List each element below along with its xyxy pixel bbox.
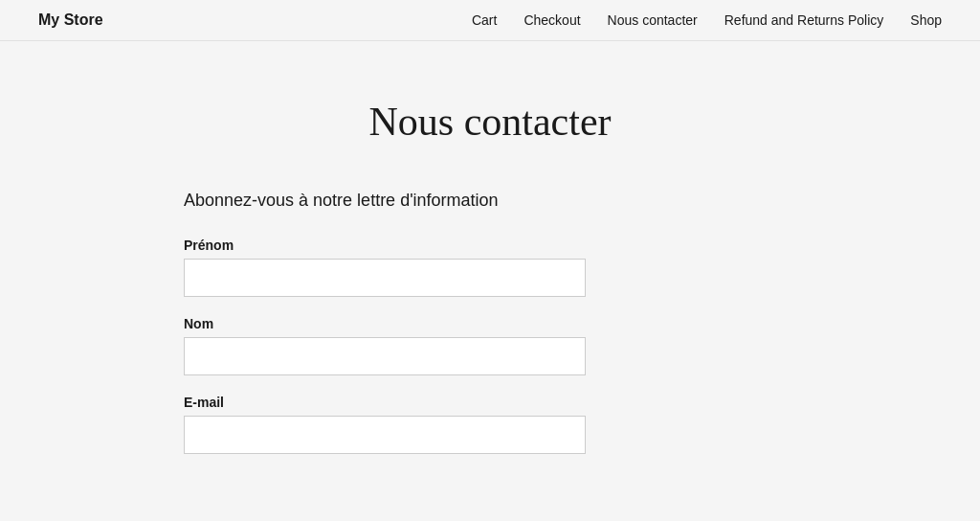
main-nav: Cart Checkout Nous contacter Refund and …	[472, 12, 942, 28]
nom-input[interactable]	[184, 337, 586, 375]
nom-group: Nom	[184, 316, 796, 375]
nav-shop[interactable]: Shop	[910, 12, 942, 28]
site-header: My Store Cart Checkout Nous contacter Re…	[0, 0, 980, 41]
nav-refund-policy[interactable]: Refund and Returns Policy	[724, 12, 884, 28]
page-title: Nous contacter	[184, 99, 796, 145]
prenom-input[interactable]	[184, 259, 586, 297]
contact-form: Prénom Nom E-mail	[184, 238, 796, 454]
prenom-label: Prénom	[184, 238, 796, 253]
nav-cart[interactable]: Cart	[472, 12, 497, 28]
email-input[interactable]	[184, 416, 586, 454]
nav-checkout[interactable]: Checkout	[523, 12, 580, 28]
email-label: E-mail	[184, 395, 796, 410]
email-group: E-mail	[184, 395, 796, 454]
prenom-group: Prénom	[184, 238, 796, 297]
form-subtitle: Abonnez-vous à notre lettre d'informatio…	[184, 191, 796, 211]
main-content: Nous contacter Abonnez-vous à notre lett…	[145, 41, 835, 521]
site-logo[interactable]: My Store	[38, 11, 103, 29]
nav-nous-contacter[interactable]: Nous contacter	[608, 12, 698, 28]
nom-label: Nom	[184, 316, 796, 331]
